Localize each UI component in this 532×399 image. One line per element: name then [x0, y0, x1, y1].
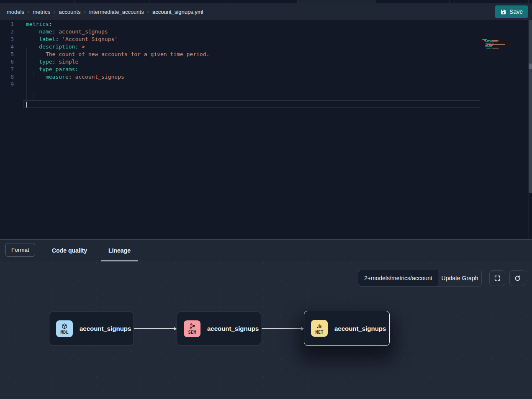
active-line-highlight [23, 100, 480, 108]
breadcrumb-item[interactable]: intermediate_accounts [89, 9, 144, 15]
editor-lines: 1 metrics: 2 - name: account_signups 3 l… [0, 20, 480, 88]
code-line[interactable]: 4 description: > [0, 43, 480, 51]
code-line[interactable]: 1 metrics: [0, 20, 480, 28]
badge-label: SEM [188, 330, 196, 334]
lineage-edge [262, 328, 302, 329]
lineage-selector-group: Update Graph [358, 270, 482, 286]
indent-guide [33, 93, 33, 100]
lineage-edge [134, 328, 175, 329]
code-line[interactable]: 2 - name: account_signups [0, 28, 480, 36]
file-tab[interactable] [224, 0, 298, 3]
fullscreen-button[interactable] [489, 270, 505, 286]
format-button[interactable]: Format [5, 243, 35, 257]
node-label: account_signups [80, 325, 131, 332]
divider [34, 241, 34, 259]
file-tab [529, 0, 532, 3]
line-number: 7 [0, 66, 14, 73]
chevron-right-icon: › [147, 9, 149, 15]
cube-icon [61, 323, 68, 330]
line-number: 5 [0, 51, 14, 58]
refresh-icon [514, 275, 521, 282]
lineage-selector-input[interactable] [358, 270, 438, 286]
tab-lineage[interactable]: Lineage [105, 240, 134, 261]
lineage-canvas[interactable]: Update Graph [0, 261, 532, 399]
breadcrumb-item[interactable]: models [7, 9, 24, 15]
lineage-node-semantic-model[interactable]: SEM account_signups [177, 312, 261, 345]
chevron-right-icon: › [28, 9, 29, 15]
lineage-node-model[interactable]: MDL account_signups [49, 312, 134, 345]
node-label: account_signups [207, 325, 259, 332]
line-number: 8 [0, 73, 14, 81]
code-line[interactable]: 9 [0, 81, 480, 88]
save-button[interactable]: Save [495, 5, 528, 18]
file-tab[interactable] [376, 0, 450, 3]
breadcrumb: models › metrics › accounts › intermedia… [7, 9, 203, 15]
scrollbar-thumb[interactable] [529, 64, 532, 69]
network-triangle-icon [189, 323, 195, 330]
file-tab-active[interactable] [298, 0, 376, 3]
code-line[interactable]: 7 type_params: [0, 66, 480, 73]
code-line[interactable]: 6 type: simple [0, 58, 480, 66]
badge-label: MET [316, 330, 324, 334]
metric-badge: MET [311, 320, 328, 337]
text-cursor [26, 102, 27, 107]
lineage-node-metric-selected[interactable]: MET account_signups [304, 311, 390, 346]
line-number: 4 [0, 43, 14, 51]
ide-window: models › metrics › accounts › intermedia… [0, 0, 532, 399]
file-tab[interactable] [0, 0, 75, 3]
breadcrumb-item[interactable]: metrics [33, 9, 50, 15]
refresh-button[interactable] [509, 270, 525, 286]
file-tab-strip [0, 0, 532, 3]
semantic-model-badge: SEM [184, 320, 200, 337]
code-editor[interactable]: 1 metrics: 2 - name: account_signups 3 l… [0, 20, 532, 239]
panel-tab-bar: Format Code quality Lineage [0, 240, 532, 261]
file-tab[interactable] [75, 0, 149, 3]
update-graph-button[interactable]: Update Graph [438, 270, 482, 286]
chevron-right-icon: › [54, 9, 55, 15]
tab-code-quality[interactable]: Code quality [48, 240, 91, 261]
line-number: 9 [0, 81, 14, 88]
chevron-right-icon: › [84, 9, 86, 15]
save-icon [500, 9, 506, 15]
breadcrumb-item-current-file[interactable]: account_signups.yml [152, 9, 203, 15]
save-button-label: Save [509, 8, 523, 15]
node-label: account_signups [334, 325, 386, 332]
line-number: 2 [0, 28, 14, 36]
bottom-panel: Format Code quality Lineage Update Graph [0, 240, 532, 399]
minimap[interactable] [482, 39, 522, 49]
model-badge: MDL [56, 320, 73, 337]
line-number: 6 [0, 58, 14, 66]
fullscreen-icon [494, 275, 501, 281]
scrollbar-track[interactable] [529, 20, 532, 193]
file-tab[interactable] [450, 0, 529, 3]
badge-label: MDL [61, 330, 69, 334]
code-line[interactable]: 5 The count of new accounts for a given … [0, 51, 480, 58]
file-tab[interactable] [149, 0, 224, 3]
bar-chart-icon [316, 323, 323, 330]
line-number: 3 [0, 36, 14, 43]
code-line[interactable]: 3 label: 'Account Signups' [0, 36, 480, 43]
breadcrumb-bar: models › metrics › accounts › intermedia… [0, 3, 532, 20]
breadcrumb-item[interactable]: accounts [59, 9, 81, 15]
code-line[interactable]: 8 measure: account_signups [0, 73, 480, 81]
line-number: 1 [0, 20, 14, 28]
